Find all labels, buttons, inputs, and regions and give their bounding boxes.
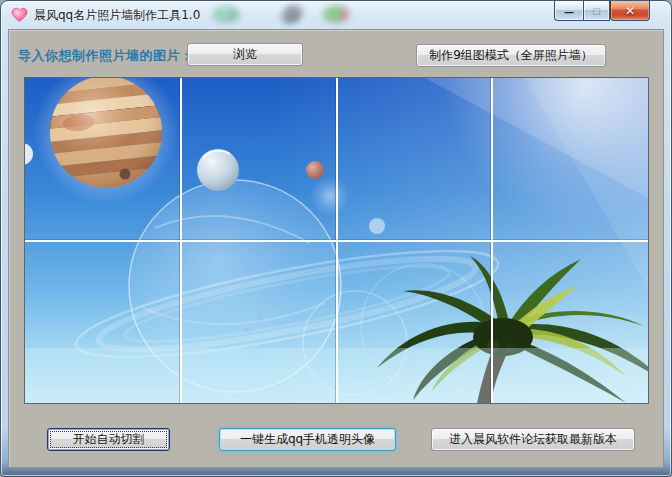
- cut-grid-line-horizontal-1: [25, 240, 648, 242]
- heart-app-icon: [11, 7, 28, 23]
- aero-glass-artifact: [323, 5, 349, 23]
- close-icon: ✕: [625, 4, 635, 18]
- app-window: 晨风qq名片照片墙制作工具1.0 — □ ✕ 导入你想制作照片墙的图片： 浏览 …: [0, 0, 672, 477]
- generate-transparent-avatar-button[interactable]: 一键生成qq手机透明头像: [219, 428, 396, 451]
- minimize-button[interactable]: —: [554, 1, 583, 21]
- aero-glass-artifact: [279, 5, 305, 24]
- client-area: 导入你想制作照片墙的图片： 浏览 制作9组图模式（全屏照片墙）: [8, 29, 664, 468]
- maximize-button[interactable]: □: [583, 1, 610, 21]
- photo-preview: [24, 77, 649, 404]
- maximize-icon: □: [592, 6, 601, 16]
- title-bar[interactable]: 晨风qq名片照片墙制作工具1.0 — □ ✕: [1, 1, 671, 29]
- minimize-icon: —: [564, 7, 574, 18]
- start-auto-cut-button[interactable]: 开始自动切割: [47, 428, 170, 451]
- forum-latest-version-button[interactable]: 进入晨风软件论坛获取最新版本: [431, 428, 635, 451]
- close-button[interactable]: ✕: [610, 1, 650, 21]
- aero-glass-artifact: [213, 6, 239, 23]
- browse-button[interactable]: 浏览: [187, 43, 303, 66]
- nine-grid-mode-button[interactable]: 制作9组图模式（全屏照片墙）: [416, 44, 606, 67]
- import-image-label: 导入你想制作照片墙的图片：: [18, 47, 194, 65]
- window-title: 晨风qq名片照片墙制作工具1.0: [34, 6, 200, 24]
